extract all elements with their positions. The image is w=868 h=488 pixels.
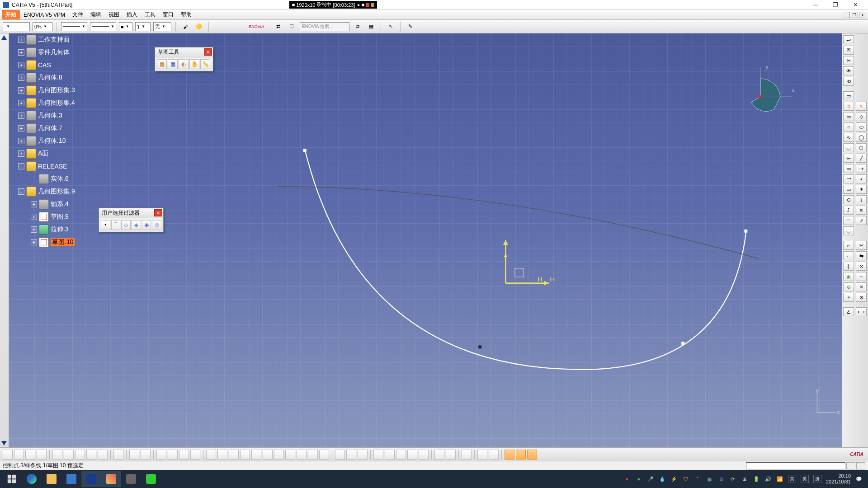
rect4-icon[interactable]: ▭ (843, 185, 854, 194)
mirror-icon[interactable]: ⇋ (856, 251, 867, 260)
brush-icon[interactable]: ✎ (405, 22, 415, 32)
mdi-minimize[interactable]: _ (843, 12, 850, 18)
menu-edit[interactable]: 编辑 (87, 10, 105, 19)
tray-wechat-icon[interactable]: ● (635, 475, 642, 483)
layer-combo[interactable]: ▼ (3, 22, 30, 31)
explorer-icon[interactable] (42, 471, 61, 487)
tray-drop-icon[interactable]: 💧 (659, 475, 666, 483)
tray-chevron-up-icon[interactable]: ˄ (694, 475, 701, 483)
project-icon[interactable]: ⤵ (856, 195, 867, 204)
close-button[interactable]: ✕ (845, 0, 865, 9)
open-icon[interactable] (14, 450, 24, 460)
scroll-down-icon[interactable] (1, 441, 7, 446)
tray-bolt-icon[interactable]: ⚡ (670, 475, 678, 483)
accent3-icon[interactable] (527, 450, 537, 460)
tray-ime3[interactable]: 拼 (813, 475, 821, 483)
status-btn2[interactable] (856, 462, 865, 469)
measure5-icon[interactable] (419, 450, 429, 460)
undo-icon[interactable] (86, 450, 96, 460)
dim2-icon[interactable] (446, 450, 456, 460)
zoom-out-icon[interactable] (251, 450, 261, 460)
render-combo[interactable]: 1▼ (135, 22, 151, 31)
project2-icon[interactable]: ⤴ (843, 206, 854, 215)
symmetry-icon[interactable]: ↔ (856, 272, 867, 281)
slot-icon[interactable]: ⬭ (856, 122, 867, 131)
redo-icon[interactable] (98, 450, 108, 460)
link-icon[interactable]: ⟲ (843, 77, 854, 86)
hexagon-icon[interactable]: ⬡ (856, 143, 867, 152)
linetype1-combo[interactable]: ▼ (61, 22, 87, 31)
cursor-icon[interactable] (462, 450, 472, 460)
screen1-icon[interactable] (477, 450, 487, 460)
cut-icon[interactable]: ✂ (843, 56, 854, 65)
constraint-icon[interactable]: ◉ (843, 272, 854, 281)
fit-icon[interactable] (206, 450, 216, 460)
enovia-checkbox-icon[interactable]: ☐ (286, 22, 297, 32)
copy-icon[interactable] (64, 450, 74, 460)
compass[interactable]: x y z (742, 65, 797, 119)
exit-sketch-icon[interactable]: ⮐ (843, 35, 854, 44)
tray-shield-icon[interactable]: 🛡 (682, 475, 689, 483)
break-icon[interactable]: ⤰ (856, 262, 867, 271)
app2-task-icon[interactable] (101, 471, 121, 487)
tray-ime2[interactable]: 英 (801, 475, 809, 483)
point-icon[interactable]: • (856, 174, 867, 183)
accent2-icon[interactable] (516, 450, 526, 460)
enovia-btn2[interactable]: ▦ (366, 22, 377, 32)
design-table-icon[interactable] (168, 450, 178, 460)
arc3-icon[interactable]: ◡ (843, 226, 854, 235)
catalog-icon[interactable] (190, 450, 200, 460)
law-icon[interactable] (179, 450, 189, 460)
screen2-icon[interactable] (489, 450, 499, 460)
viewport[interactable]: +工作支持面+零件几何体+CAS+几何体.8+几何图形集.3+几何图形集.4+几… (9, 33, 842, 447)
print-icon[interactable] (37, 450, 47, 460)
help-icon[interactable] (113, 450, 123, 460)
arc-icon[interactable]: ◡ (843, 143, 854, 152)
diamond-icon[interactable]: ◇ (856, 112, 867, 121)
edge-icon[interactable] (22, 471, 42, 487)
normal-icon[interactable] (263, 450, 273, 460)
table-icon[interactable] (156, 450, 166, 460)
spline-icon[interactable]: ∿ (843, 133, 854, 142)
circle2-icon[interactable]: ⊙ (843, 195, 854, 204)
catia-task-icon[interactable] (81, 471, 101, 487)
arc2-icon[interactable]: ◠ (843, 216, 854, 225)
text-icon[interactable]: ≡ (856, 206, 867, 215)
iso-icon[interactable] (297, 450, 307, 460)
rotate-icon[interactable] (229, 450, 239, 460)
save-icon[interactable] (25, 450, 35, 460)
menu-file[interactable]: 文件 (69, 10, 87, 19)
menu-insert[interactable]: 插入 (123, 10, 141, 19)
circle-icon[interactable]: ○ (843, 122, 854, 131)
cut-icon[interactable] (52, 450, 62, 460)
tray-record-icon[interactable]: ● (623, 475, 631, 483)
offset-icon[interactable]: ⫽ (856, 216, 867, 225)
corner3-icon[interactable]: ⌐ (843, 251, 854, 260)
zoom-in-icon[interactable] (240, 450, 250, 460)
angle-icon[interactable]: ∠ (843, 307, 854, 316)
clock[interactable]: 20:10 2021/10/31 (826, 473, 851, 485)
mdi-close[interactable]: x (859, 12, 866, 18)
rectangle-icon[interactable]: ▭ (843, 91, 854, 100)
gear2-icon[interactable] (358, 450, 368, 460)
notifications-icon[interactable]: 💬 (855, 475, 863, 483)
tray-sync-icon[interactable]: ⟳ (729, 475, 736, 483)
shade-icon[interactable] (308, 450, 318, 460)
enovia-search[interactable]: ENOVIA 搜索... (300, 22, 349, 31)
menu-window[interactable]: 窗口 (159, 10, 177, 19)
menu-tools[interactable]: 工具 (141, 10, 159, 19)
point-combo[interactable]: ■▼ (119, 22, 132, 31)
status-btn1[interactable] (846, 462, 855, 469)
enovia-connect-icon[interactable]: ⇄ (273, 22, 283, 32)
dim-icon[interactable]: ⟷ (856, 307, 867, 316)
constraint2-icon[interactable]: ⊕ (843, 282, 854, 291)
start-button[interactable] (2, 471, 22, 487)
measure2-icon[interactable] (385, 450, 395, 460)
tray-app-icon[interactable]: ▣ (706, 475, 713, 483)
animate-icon[interactable]: ✦ (843, 293, 854, 302)
linetype2-combo[interactable]: ▼ (90, 22, 116, 31)
named-view-icon[interactable] (274, 450, 284, 460)
transparency-combo[interactable]: 0%▼ (33, 22, 52, 31)
mdi-restore[interactable]: ❐ (851, 12, 858, 18)
none-combo[interactable]: 无▼ (153, 22, 171, 31)
